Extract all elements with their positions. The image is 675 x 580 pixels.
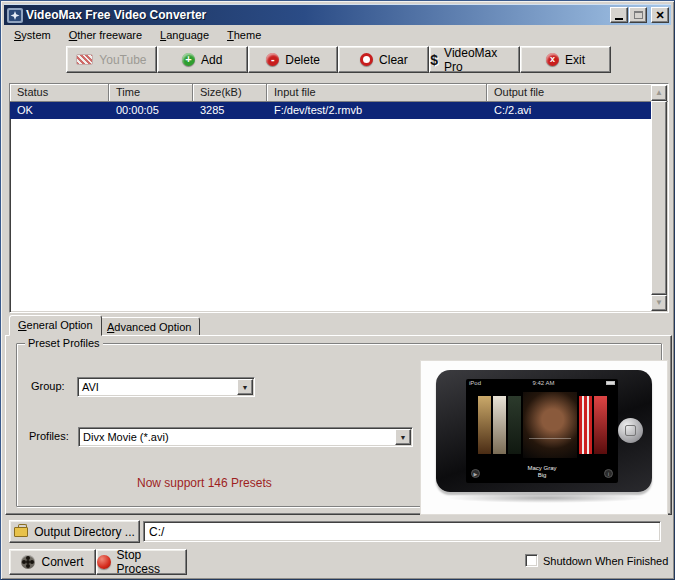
youtube-button[interactable]: YouTube	[66, 46, 157, 73]
clear-button[interactable]: Clear	[338, 46, 429, 73]
ipod-status-time: 9:42 AM	[533, 380, 555, 386]
general-option-panel: Preset Profiles Group: AVI ▼ Profiles: D…	[5, 335, 672, 515]
album-caption: Macy Gray Big	[466, 465, 618, 479]
add-button[interactable]: + Add	[157, 46, 248, 73]
album-cover-center	[523, 392, 577, 458]
titlebar[interactable]: VideoMax Free Video Converter ✕	[4, 4, 671, 25]
ipod-screen: iPod 9:42 AM Ma	[466, 379, 618, 483]
exit-circle-icon: x	[546, 53, 559, 66]
close-icon: ✕	[655, 10, 664, 20]
minimize-button[interactable]	[610, 7, 628, 23]
coverflow	[466, 389, 618, 461]
folder-icon	[14, 527, 28, 537]
vertical-scrollbar[interactable]: ▲ ▼	[651, 85, 667, 311]
cell-time: 00:00:05	[109, 102, 193, 119]
tab-advanced-option[interactable]: Advanced Option	[98, 317, 200, 336]
scrollbar-down-icon[interactable]: ▼	[651, 295, 667, 311]
clear-circle-icon	[360, 53, 373, 66]
group-dropdown[interactable]: AVI ▼	[77, 377, 255, 397]
file-list-row-selected[interactable]: OK 00:00:05 3285 F:/dev/test/2.rmvb C:/2…	[10, 102, 652, 119]
menu-bar: System Other freeware Language Theme	[5, 26, 670, 44]
ipod-product-image: iPod 9:42 AM Ma	[420, 360, 668, 515]
column-header-status[interactable]: Status	[10, 84, 109, 102]
minus-circle-icon: -	[266, 53, 279, 66]
cell-output-file: C:/2.avi	[487, 102, 652, 119]
toolbar: YouTube + Add - Delete Clear $ VideoMax …	[66, 46, 611, 73]
column-header-time[interactable]: Time	[109, 84, 193, 102]
maximize-button[interactable]	[629, 7, 647, 23]
exit-button[interactable]: x Exit	[520, 46, 611, 73]
stop-process-button[interactable]: Stop Process	[96, 549, 187, 575]
scrollbar-thumb[interactable]	[651, 101, 667, 295]
column-header-size[interactable]: Size(kB)	[193, 84, 267, 102]
album-cover	[493, 396, 506, 454]
group-label: Group:	[31, 380, 65, 392]
chevron-down-icon[interactable]: ▼	[395, 429, 411, 445]
cell-size: 3285	[193, 102, 267, 119]
file-list-header: Status Time Size(kB) Input file Output f…	[10, 84, 668, 102]
app-icon	[7, 8, 23, 23]
shutdown-checkbox[interactable]	[525, 554, 538, 567]
scrollbar-up-icon[interactable]: ▲	[651, 85, 667, 101]
chevron-down-icon[interactable]: ▼	[237, 379, 253, 395]
youtube-icon	[76, 54, 93, 65]
album-cover	[508, 396, 521, 454]
device-shadow	[446, 493, 646, 503]
presets-count-note: Now support 146 Presets	[137, 476, 272, 490]
menu-theme[interactable]: Theme	[218, 27, 270, 43]
groupbox-label: Preset Profiles	[25, 337, 103, 349]
red-stop-icon	[97, 555, 111, 569]
convert-button[interactable]: Convert	[9, 549, 96, 575]
ipod-status-label: iPod	[469, 380, 481, 386]
delete-button[interactable]: - Delete	[248, 46, 339, 73]
output-path-value: C:/	[149, 525, 164, 539]
preset-profiles-groupbox: Preset Profiles Group: AVI ▼ Profiles: D…	[16, 343, 662, 507]
ipod-device: iPod 9:42 AM Ma	[436, 370, 652, 492]
film-reel-icon	[21, 555, 35, 569]
profiles-dropdown-value: Divx Movie (*.avi)	[79, 431, 395, 443]
album-cover	[594, 396, 607, 454]
app-window: VideoMax Free Video Converter ✕ System O…	[0, 0, 675, 580]
videomax-pro-button[interactable]: $ VideoMax Pro	[429, 46, 520, 73]
battery-icon	[606, 381, 615, 385]
file-list: Status Time Size(kB) Input file Output f…	[9, 83, 669, 313]
menu-language[interactable]: Language	[151, 27, 218, 43]
window-title: VideoMax Free Video Converter	[26, 8, 609, 22]
info-icon: i	[604, 469, 613, 478]
play-icon: ▶	[471, 469, 480, 478]
shutdown-option: Shutdown When Finished	[525, 554, 668, 567]
cell-status: OK	[10, 102, 109, 119]
group-dropdown-value: AVI	[78, 381, 237, 393]
dollar-icon: $	[430, 52, 438, 68]
album-cover	[478, 396, 491, 454]
minimize-icon	[615, 18, 623, 20]
album-cover	[579, 396, 592, 454]
column-header-output-file[interactable]: Output file	[487, 84, 668, 102]
output-directory-button[interactable]: Output Directory ...	[9, 520, 140, 543]
cell-input-file: F:/dev/test/2.rmvb	[267, 102, 487, 119]
home-button-icon	[618, 418, 643, 443]
output-path-field[interactable]: C:/	[143, 521, 661, 542]
profiles-dropdown[interactable]: Divx Movie (*.avi) ▼	[78, 427, 413, 447]
maximize-icon	[634, 11, 643, 19]
close-button[interactable]: ✕	[651, 7, 669, 23]
menu-system[interactable]: System	[5, 27, 60, 43]
shutdown-label: Shutdown When Finished	[543, 555, 668, 567]
profiles-label: Profiles:	[29, 430, 69, 442]
column-header-input-file[interactable]: Input file	[267, 84, 487, 102]
plus-circle-icon: +	[182, 53, 195, 66]
menu-other-freeware[interactable]: Other freeware	[60, 27, 151, 43]
tab-general-option[interactable]: General Option	[9, 315, 102, 336]
